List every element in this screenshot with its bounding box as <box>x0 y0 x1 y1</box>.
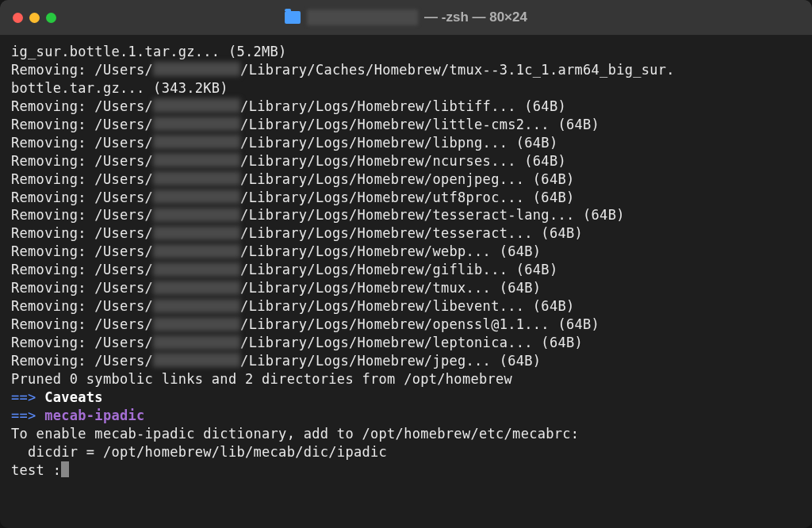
redacted-user <box>153 353 240 367</box>
terminal-output[interactable]: ig_sur.bottle.1.tar.gz... (5.2MB) Removi… <box>0 35 812 488</box>
output-line: To enable mecab-ipadic dictionary, add t… <box>11 425 801 443</box>
maximize-button[interactable] <box>46 13 56 23</box>
terminal-window: — -zsh — 80×24 ig_sur.bottle.1.tar.gz...… <box>0 0 812 528</box>
redacted-user <box>153 335 240 350</box>
section-header: ==> mecab-ipadic <box>11 407 801 425</box>
redacted-user <box>153 208 240 222</box>
output-line: Removing: /Users//Library/Logs/Homebrew/… <box>11 316 801 334</box>
output-line: Removing: /Users//Library/Logs/Homebrew/… <box>11 116 801 134</box>
redacted-user <box>153 98 240 113</box>
output-line: Pruned 0 symbolic links and 2 directorie… <box>11 370 801 388</box>
redacted-user <box>153 135 240 149</box>
redacted-user <box>153 171 240 186</box>
output-line: Removing: /Users//Library/Logs/Homebrew/… <box>11 297 801 316</box>
redacted-user <box>153 299 240 313</box>
output-line: Removing: /Users//Library/Logs/Homebrew/… <box>11 134 801 152</box>
output-line: Removing: /Users//Library/Logs/Homebrew/… <box>11 261 801 279</box>
traffic-lights <box>13 13 56 23</box>
redacted-user <box>153 281 240 295</box>
redacted-path <box>307 10 418 25</box>
prompt-line[interactable]: test : <box>11 461 801 480</box>
redacted-user <box>153 117 240 131</box>
redacted-user <box>153 262 240 277</box>
redacted-user <box>153 189 240 204</box>
close-button[interactable] <box>13 13 23 23</box>
folder-icon <box>285 11 301 24</box>
titlebar[interactable]: — -zsh — 80×24 <box>0 0 812 35</box>
output-line: Removing: /Users//Library/Caches/Homebre… <box>11 61 801 79</box>
redacted-user <box>153 153 240 167</box>
output-line: Removing: /Users//Library/Logs/Homebrew/… <box>11 206 801 224</box>
section-header: ==> Caveats <box>11 388 801 407</box>
output-line: bottle.tar.gz... (343.2KB) <box>11 79 801 98</box>
output-line: Removing: /Users//Library/Logs/Homebrew/… <box>11 98 801 116</box>
redacted-user <box>153 226 240 240</box>
cursor <box>61 461 69 477</box>
output-line: Removing: /Users//Library/Logs/Homebrew/… <box>11 152 801 170</box>
output-line: Removing: /Users//Library/Logs/Homebrew/… <box>11 352 801 370</box>
title-suffix: — -zsh — 80×24 <box>424 10 527 25</box>
minimize-button[interactable] <box>29 13 40 23</box>
redacted-user <box>153 62 240 76</box>
output-line: Removing: /Users//Library/Logs/Homebrew/… <box>11 224 801 243</box>
redacted-user <box>153 317 240 331</box>
window-title: — -zsh — 80×24 <box>285 10 527 25</box>
output-line: Removing: /Users//Library/Logs/Homebrew/… <box>11 170 801 189</box>
output-line: Removing: /Users//Library/Logs/Homebrew/… <box>11 334 801 352</box>
redacted-user <box>153 244 240 258</box>
output-line: Removing: /Users//Library/Logs/Homebrew/… <box>11 189 801 207</box>
output-line: dicdir = /opt/homebrew/lib/mecab/dic/ipa… <box>11 443 801 461</box>
output-line: Removing: /Users//Library/Logs/Homebrew/… <box>11 243 801 261</box>
output-line: Removing: /Users//Library/Logs/Homebrew/… <box>11 279 801 297</box>
output-line: ig_sur.bottle.1.tar.gz... (5.2MB) <box>11 43 801 61</box>
